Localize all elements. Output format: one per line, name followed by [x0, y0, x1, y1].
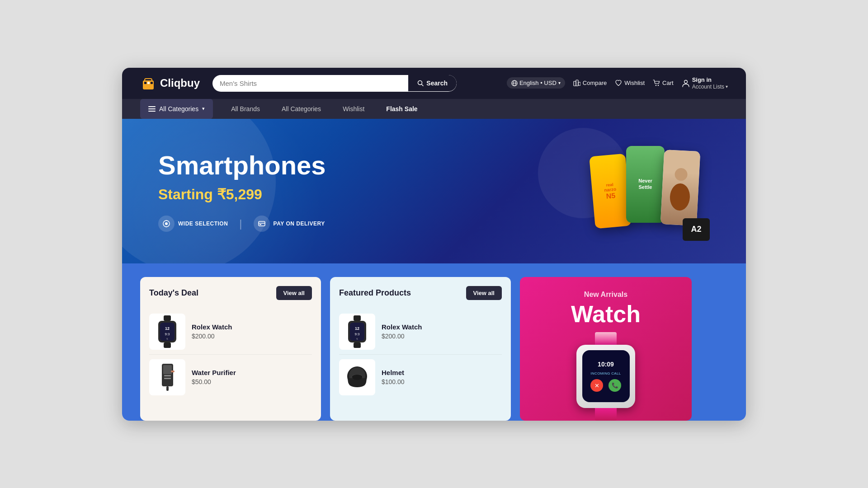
featured-view-all[interactable]: View all [466, 286, 502, 300]
search-button[interactable]: Search [408, 75, 457, 91]
svg-point-22 [165, 222, 168, 225]
phone-center: NeverSettle [626, 146, 665, 223]
logo-icon [140, 75, 156, 91]
all-categories-chevron: ▾ [202, 106, 205, 112]
product-thumb-watch1: 12 9:3 5 [149, 314, 185, 350]
nav-flash-sale[interactable]: Flash Sale [375, 99, 428, 119]
nav-wishlist[interactable]: Wishlist [332, 99, 375, 119]
featured-title: Featured Products [339, 288, 411, 298]
search-icon [417, 80, 424, 86]
hero-badge-payment: PAY ON DELIVERY [254, 216, 325, 232]
header: Cliqbuy Search English • USD ▾ [122, 68, 746, 99]
svg-rect-27 [259, 224, 261, 225]
product-price: $200.00 [192, 333, 312, 340]
hero-subtitle-prefix: Starting ₹ [158, 186, 226, 202]
svg-rect-38 [163, 365, 172, 374]
selection-icon [158, 216, 175, 232]
todays-deal-header: Today's Deal View all [149, 286, 312, 300]
logo[interactable]: Cliqbuy [140, 75, 203, 91]
hero-phones: real narzo N5 NeverSettle A2 [592, 137, 710, 245]
payment-icon [254, 216, 270, 232]
hero-section: Smartphones Starting ₹5,299 WIDE SELECTI… [122, 119, 746, 263]
watch-decline-btn: ✕ [590, 379, 603, 392]
signin-label: Sign in [692, 76, 712, 84]
watch-promo: 10:09 INCOMING CALL ✕ 📞 [531, 339, 681, 421]
nav-all-categories[interactable]: All Categories [271, 99, 332, 119]
hero-title: Smartphones [158, 150, 592, 180]
list-item: 12 9:3 5 Rolex Watch $200.00 [339, 309, 502, 354]
svg-rect-11 [576, 80, 578, 86]
svg-rect-4 [151, 82, 153, 84]
svg-point-28 [675, 167, 688, 180]
all-categories-button[interactable]: All Categories ▾ [140, 99, 213, 119]
product-info: Rolex Watch $200.00 [192, 323, 312, 340]
search-input[interactable] [212, 75, 408, 92]
menu-icon [148, 106, 156, 112]
account-lists-label: Account Lists ▾ [692, 84, 728, 90]
svg-rect-17 [148, 108, 156, 109]
svg-text:12: 12 [355, 326, 359, 331]
product-thumb-purifier [149, 359, 185, 395]
product-info: Rolex Watch $200.00 [382, 323, 502, 340]
nav: All Categories ▾ All Brands All Categori… [122, 99, 746, 119]
svg-rect-41 [166, 386, 169, 391]
signin-action[interactable]: Sign in Account Lists ▾ [682, 76, 728, 90]
globe-icon [511, 80, 518, 86]
nav-all-brands[interactable]: All Brands [220, 99, 271, 119]
svg-text:9:3: 9:3 [354, 332, 360, 336]
lang-text: English • USD [519, 80, 557, 86]
phone-left: real narzo N5 [589, 153, 632, 228]
lang-selector[interactable]: English • USD ▾ [507, 77, 565, 89]
heart-icon [615, 80, 622, 87]
svg-rect-16 [148, 106, 156, 107]
todays-deal-view-all[interactable]: View all [276, 286, 312, 300]
svg-rect-43 [354, 315, 361, 321]
user-icon [682, 79, 690, 87]
product-price: $100.00 [382, 378, 502, 385]
compare-action[interactable]: Compare [573, 80, 607, 87]
helmet-image [344, 364, 371, 391]
product-name: Helmet [382, 369, 502, 376]
svg-text:12: 12 [165, 326, 170, 331]
browser-frame: Cliqbuy Search English • USD ▾ [122, 68, 746, 421]
new-arrivals-title: Watch [571, 300, 641, 328]
product-name: Water Purifier [192, 369, 312, 376]
watch-body: 10:09 INCOMING CALL ✕ 📞 [576, 345, 635, 408]
product-name: Rolex Watch [382, 323, 502, 331]
product-name: Rolex Watch [192, 323, 312, 331]
svg-point-14 [658, 85, 659, 86]
phone-model-label: A2 [683, 218, 710, 241]
signin-block: Sign in Account Lists ▾ [692, 76, 728, 90]
svg-rect-44 [354, 343, 361, 348]
featured-header: Featured Products View all [339, 286, 502, 300]
watch-screen: 10:09 INCOMING CALL ✕ 📞 [582, 350, 630, 402]
purifier-image [155, 361, 180, 393]
search-container: Search [212, 75, 457, 92]
watch-image: 12 9:3 5 [344, 315, 371, 348]
svg-rect-30 [164, 315, 171, 321]
svg-text:9:3: 9:3 [165, 332, 170, 336]
product-thumb-helmet [339, 359, 375, 395]
svg-point-15 [684, 80, 687, 83]
product-price: $200.00 [382, 333, 502, 340]
featured-card: Featured Products View all 12 9:3 5 [330, 277, 511, 421]
compare-label: Compare [583, 80, 607, 86]
svg-rect-42 [171, 371, 175, 372]
svg-rect-40 [164, 378, 171, 379]
wishlist-action[interactable]: Wishlist [615, 80, 645, 87]
cart-label: Cart [662, 80, 674, 86]
wishlist-label: Wishlist [624, 80, 645, 86]
hero-price: 5,299 [226, 186, 262, 202]
phone-person [660, 150, 701, 226]
svg-rect-25 [259, 221, 265, 226]
hero-divider: | [239, 217, 242, 230]
watch-strap-bottom [595, 408, 617, 421]
svg-rect-39 [164, 375, 171, 376]
cart-action[interactable]: Cart [653, 80, 674, 87]
watch-time: 10:09 [598, 361, 614, 368]
svg-rect-31 [164, 343, 171, 348]
product-info: Helmet $100.00 [382, 369, 502, 385]
phone-right [660, 150, 701, 226]
svg-rect-2 [144, 82, 146, 84]
hero-badges: WIDE SELECTION | PAY ON DELIVERY [158, 216, 592, 232]
